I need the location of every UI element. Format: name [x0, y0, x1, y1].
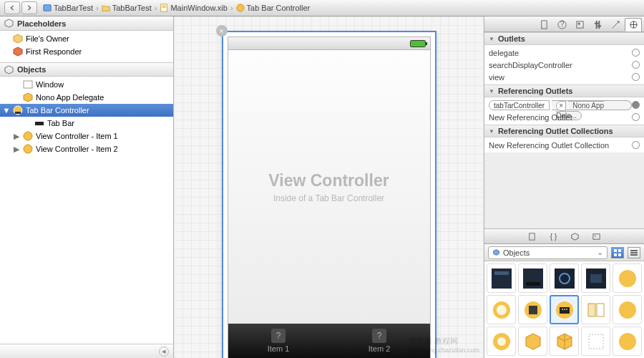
library-item[interactable]	[581, 263, 610, 293]
disclosure-down-icon: ▼	[489, 88, 494, 95]
svg-rect-44	[560, 307, 570, 314]
library-item[interactable]	[613, 263, 642, 293]
grid-view-button[interactable]	[611, 247, 624, 258]
close-icon[interactable]: ×	[216, 25, 228, 37]
svg-rect-24	[618, 249, 621, 252]
referencing-outlets-header[interactable]: ▼ Referencing Outlets	[484, 84, 644, 97]
view-placeholder: View Controller Inside of a Tab Bar Cont…	[228, 50, 430, 324]
svg-rect-53	[589, 334, 603, 349]
outline-item-files-owner[interactable]: File's Owner	[0, 32, 173, 45]
tab-bar-item-1[interactable]: ? Item 1	[228, 324, 329, 358]
library-filter-select[interactable]: Objects ⌄	[488, 246, 608, 259]
svg-rect-31	[494, 271, 509, 275]
canvas[interactable]: × View Controller Inside of a Tab Bar Co…	[174, 16, 484, 358]
cube-icon	[13, 34, 23, 44]
svg-point-54	[619, 333, 636, 350]
svg-rect-21	[593, 233, 600, 238]
library-item[interactable]	[581, 295, 610, 324]
connection-socket-icon[interactable]	[632, 49, 640, 57]
connection-src: tabTarController	[489, 100, 550, 110]
library-item[interactable]	[581, 326, 610, 356]
breadcrumb-item[interactable]: MainWindow.xib	[160, 4, 227, 12]
outline-item-tab-bar[interactable]: Tab Bar	[0, 117, 173, 130]
file-template-tab[interactable]	[523, 231, 542, 242]
new-referencing-outlet[interactable]: New Referencing Outlet	[489, 111, 640, 123]
connection-socket-filled-icon[interactable]	[632, 101, 640, 109]
library-item[interactable]	[613, 326, 642, 356]
identity-inspector-tab[interactable]	[571, 18, 588, 32]
svg-rect-27	[630, 250, 638, 251]
outline-item-view-controller-2[interactable]: ▶ View Controller - Item 2	[0, 142, 173, 155]
breadcrumb-label: Tab Bar Controller	[247, 4, 311, 12]
library-item[interactable]	[613, 295, 642, 324]
svg-rect-10	[541, 21, 546, 29]
svg-text:?: ?	[560, 20, 564, 28]
outlet-name: New Referencing Outlet	[489, 113, 572, 122]
referencing-collections-header[interactable]: ▼ Referencing Outlet Collections	[484, 125, 644, 137]
attributes-inspector-tab[interactable]	[589, 18, 606, 32]
library-grid	[484, 261, 644, 358]
nav-forward-button[interactable]	[21, 1, 37, 14]
breadcrumb-item[interactable]: TabBarTest	[102, 4, 152, 12]
library-item[interactable]	[487, 326, 516, 356]
library-item[interactable]	[518, 326, 547, 356]
code-snippet-tab[interactable]: { }	[545, 231, 563, 242]
connection-socket-icon[interactable]	[632, 113, 640, 121]
breadcrumb: TabBarTest › TabBarTest › MainWindow.xib…	[43, 4, 310, 12]
outline-item-tab-bar-controller[interactable]: ▼ Tab Bar Controller	[0, 104, 173, 117]
outline-item-first-responder[interactable]: First Responder	[0, 45, 173, 58]
connection-socket-icon[interactable]	[632, 61, 640, 69]
library-item[interactable]	[550, 326, 579, 356]
media-library-tab[interactable]	[587, 231, 606, 242]
outlet-row-search-display[interactable]: searchDisplayController	[489, 59, 640, 71]
disclosure-right-icon[interactable]: ▶	[13, 132, 20, 141]
disclosure-down-icon[interactable]: ▼	[3, 106, 10, 115]
size-inspector-tab[interactable]	[607, 18, 624, 32]
connections-inspector-tab[interactable]	[625, 18, 642, 32]
library-item[interactable]	[487, 263, 516, 293]
connection-socket-icon[interactable]	[632, 73, 640, 81]
library-item[interactable]	[550, 295, 579, 324]
connection-socket-icon[interactable]	[632, 141, 640, 149]
section-title: Placeholders	[17, 19, 66, 28]
svg-rect-29	[630, 254, 638, 256]
placeholders-header: Placeholders	[0, 16, 173, 31]
svg-rect-15	[595, 21, 597, 29]
breadcrumb-label: TabBarTest	[112, 4, 152, 12]
device-frame[interactable]: × View Controller Inside of a Tab Bar Co…	[222, 31, 436, 358]
list-view-button[interactable]	[628, 247, 640, 258]
object-library-tab[interactable]	[566, 231, 585, 242]
library-item[interactable]	[487, 295, 516, 324]
collapse-icon[interactable]: ◂	[159, 347, 169, 357]
remove-connection-icon[interactable]: ×	[556, 101, 566, 111]
tab-bar-item-2[interactable]: ? Item 2	[329, 324, 430, 358]
outlet-row-delegate[interactable]: delegate	[489, 47, 640, 59]
battery-icon	[410, 40, 426, 47]
library-item[interactable]	[518, 295, 547, 324]
svg-rect-42	[529, 306, 537, 314]
svg-point-50	[619, 301, 636, 319]
section-title: Referencing Outlet Collections	[498, 127, 613, 135]
outline-item-window[interactable]: Window	[0, 78, 173, 91]
outline-label: View Controller - Item 1	[36, 132, 118, 140]
library-item[interactable]	[518, 263, 547, 293]
nav-back-button[interactable]	[4, 1, 20, 14]
breadcrumb-label: TabBarTest	[54, 4, 93, 12]
file-inspector-tab[interactable]	[535, 18, 552, 32]
breadcrumb-item[interactable]: TabBarTest	[43, 4, 93, 12]
outlet-row-view[interactable]: view	[489, 71, 640, 83]
outlets-section-header[interactable]: ▼ Outlets	[484, 32, 644, 45]
new-referencing-collection[interactable]: New Referencing Outlet Collection	[489, 139, 640, 151]
disclosure-right-icon[interactable]: ▶	[13, 145, 20, 154]
outline-item-view-controller-1[interactable]: ▶ View Controller - Item 1	[0, 130, 173, 142]
help-inspector-tab[interactable]: ?	[553, 18, 570, 32]
outline-footer: ◂	[0, 344, 173, 358]
breadcrumb-item[interactable]: Tab Bar Controller	[236, 4, 311, 12]
outline-item-app-delegate[interactable]: Nono App Delegate	[0, 91, 173, 104]
cube-icon	[4, 65, 14, 74]
library-item[interactable]	[550, 263, 579, 293]
svg-point-45	[562, 309, 563, 310]
connection-row[interactable]: tabTarController ×Nono App Dele...	[489, 99, 640, 111]
svg-rect-14	[577, 23, 580, 25]
outlet-name: New Referencing Outlet Collection	[489, 141, 609, 150]
